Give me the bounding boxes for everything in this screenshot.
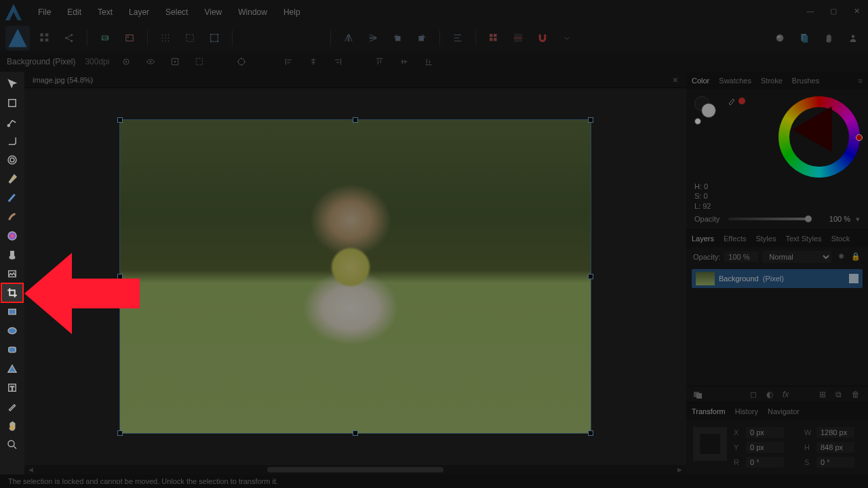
maximize-button[interactable]: ▢ — [822, 0, 845, 22]
align-center-v-icon[interactable] — [397, 54, 412, 69]
tab-text-styles[interactable]: Text Styles — [785, 235, 821, 243]
selection-handle[interactable] — [353, 117, 358, 123]
transform-origin-icon[interactable] — [167, 54, 182, 69]
arrange-icon[interactable] — [35, 28, 54, 47]
selection-handle[interactable] — [353, 430, 358, 436]
layer-item[interactable]: Background (Pixel) — [692, 269, 863, 288]
user-icon[interactable] — [844, 28, 863, 47]
duplicate-layer-icon[interactable]: ⧉ — [835, 390, 845, 399]
color-wheel[interactable] — [778, 96, 860, 178]
layer-fx-icon[interactable]: ✺ — [835, 251, 846, 262]
add-layer-icon[interactable]: ⊞ — [819, 390, 829, 399]
tab-navigator[interactable]: Navigator — [768, 407, 800, 415]
document-tab[interactable]: image.jpg (54.8%) × — [24, 72, 686, 88]
color-swatch-pair[interactable] — [694, 96, 723, 125]
adjustment-icon[interactable]: ◐ — [766, 390, 776, 399]
grid-dots-icon[interactable] — [156, 28, 175, 47]
canvas-h-scrollbar[interactable]: ◀ ▶ — [24, 465, 686, 474]
fill-tool-icon[interactable] — [1, 226, 23, 245]
rotate-left-icon[interactable] — [388, 28, 407, 47]
menu-layer[interactable]: Layer — [121, 0, 157, 24]
blend-mode-select[interactable]: Normal — [762, 251, 831, 263]
triangle-tool-icon[interactable] — [1, 359, 23, 378]
scroll-right-icon[interactable]: ▶ — [677, 466, 682, 473]
panel-menu-icon[interactable]: ≡ — [859, 77, 863, 85]
transform-mode-icon[interactable] — [234, 54, 249, 69]
layers-opacity-value[interactable]: 100 % — [724, 251, 758, 262]
delete-layer-icon[interactable]: 🗑 — [852, 390, 861, 399]
selection-handle[interactable] — [588, 430, 593, 436]
color-dot-icon[interactable] — [738, 98, 745, 104]
align-center-h-icon[interactable] — [306, 54, 321, 69]
menu-text[interactable]: Text — [90, 0, 121, 24]
rectangle-tool-icon[interactable] — [1, 302, 23, 321]
menu-select[interactable]: Select — [157, 0, 196, 24]
layer-blend-icon[interactable] — [693, 390, 703, 399]
menu-edit[interactable]: Edit — [59, 0, 90, 24]
magnet-icon[interactable] — [533, 28, 552, 47]
grid-outline-icon[interactable] — [205, 28, 224, 47]
flip-vertical-icon[interactable] — [363, 28, 382, 47]
insert-image-icon[interactable] — [120, 28, 139, 47]
artboard-tool-icon[interactable] — [1, 94, 23, 113]
cycle-select-icon[interactable] — [192, 54, 207, 69]
fx-icon[interactable]: fx — [783, 390, 792, 399]
place-image-tool-icon[interactable] — [1, 264, 23, 283]
tab-color[interactable]: Color — [692, 77, 709, 85]
tab-layers[interactable]: Layers — [692, 235, 714, 243]
transform-x[interactable]: 0 px — [746, 427, 784, 438]
canvas-image[interactable] — [119, 119, 591, 434]
share-icon[interactable] — [60, 28, 79, 47]
rotate-right-icon[interactable] — [412, 28, 431, 47]
align-bottom-icon[interactable] — [421, 54, 436, 69]
docs-icon[interactable] — [795, 28, 814, 47]
selection-handle[interactable] — [117, 430, 123, 436]
node-tool-icon[interactable] — [1, 113, 23, 131]
align-right-icon[interactable] — [330, 54, 345, 69]
brush-tool-icon[interactable] — [1, 207, 23, 226]
flip-horizontal-icon[interactable] — [339, 28, 358, 47]
selection-handle[interactable] — [588, 274, 593, 279]
tab-effects[interactable]: Effects — [724, 235, 746, 243]
corner-tool-icon[interactable] — [1, 131, 23, 150]
pencil-tool-icon[interactable] — [1, 188, 23, 207]
tab-history[interactable]: History — [735, 407, 758, 415]
transform-r2[interactable]: 0 ° — [816, 457, 854, 468]
hand-icon[interactable] — [819, 28, 838, 47]
eyedropper-tool-icon[interactable] — [1, 397, 23, 416]
move-tool-icon[interactable] — [1, 75, 23, 94]
opacity-dropdown-icon[interactable]: ▾ — [856, 215, 860, 224]
transform-anchor-widget[interactable] — [693, 427, 727, 461]
menu-window[interactable]: Window — [230, 0, 275, 24]
align-top-icon[interactable] — [372, 54, 387, 69]
transparency-tool-icon[interactable] — [1, 245, 23, 264]
tab-styles[interactable]: Styles — [755, 235, 776, 243]
transform-r1[interactable]: 0 ° — [746, 457, 784, 468]
canvas[interactable] — [24, 88, 686, 465]
hand-tool-icon[interactable] — [1, 416, 23, 435]
close-button[interactable]: ✕ — [845, 0, 868, 22]
dropdown-icon[interactable] — [557, 28, 576, 47]
document-tab-close-icon[interactable]: × — [673, 75, 678, 85]
insert-shape-icon[interactable] — [96, 28, 115, 47]
ellipse-tool-icon[interactable] — [1, 321, 23, 340]
menu-help[interactable]: Help — [275, 0, 309, 24]
transform-y[interactable]: 0 px — [746, 442, 784, 453]
layer-visibility-checkbox[interactable] — [849, 274, 859, 283]
text-tool-icon[interactable]: T — [1, 378, 23, 397]
selection-handle[interactable] — [117, 117, 123, 123]
zoom-tool-icon[interactable] — [1, 435, 23, 454]
tab-swatches[interactable]: Swatches — [719, 77, 751, 85]
tab-transform[interactable]: Transform — [692, 407, 726, 415]
persona-designer-icon[interactable] — [5, 26, 30, 50]
tab-brushes[interactable]: Brushes — [792, 77, 819, 85]
tab-stroke[interactable]: Stroke — [761, 77, 783, 85]
sphere-icon[interactable] — [770, 28, 789, 47]
tab-stock[interactable]: Stock — [831, 235, 850, 243]
crop-tool-icon[interactable] — [1, 283, 23, 302]
menu-file[interactable]: File — [30, 0, 59, 24]
layer-lock-indicator-icon[interactable] — [833, 274, 842, 283]
mask-icon[interactable]: ◻ — [750, 390, 760, 399]
spiral-tool-icon[interactable] — [1, 150, 23, 169]
scroll-left-icon[interactable]: ◀ — [28, 466, 33, 473]
